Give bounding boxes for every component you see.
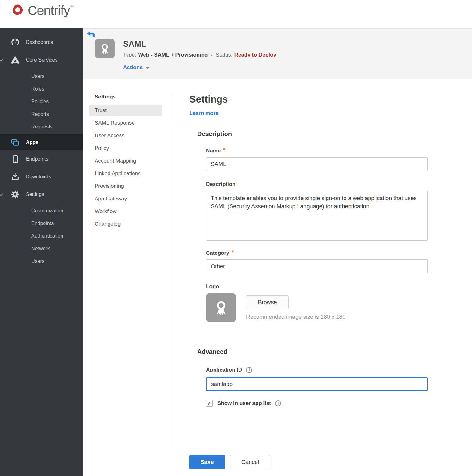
application-id-input[interactable]: [206, 377, 428, 391]
sidebar-item-settings[interactable]: Settings: [0, 186, 83, 203]
recommended-size-text: Recommended image size is 180 x 180: [246, 314, 345, 320]
subnav-item-account-mapping[interactable]: Account Mapping: [89, 155, 162, 167]
show-in-user-app-list-label: Show in user app list: [217, 400, 271, 407]
category-label: Category *: [206, 250, 428, 256]
subnav-item-saml-response[interactable]: SAML Response: [89, 117, 162, 129]
subnav-item-provisioning[interactable]: Provisioning: [89, 180, 162, 193]
sidebar-item-core-services[interactable]: Core Services: [0, 51, 83, 69]
status-value: Ready to Deploy: [234, 52, 276, 58]
vertical-divider: [174, 94, 174, 445]
description-textarea[interactable]: This template enables you to provide sin…: [206, 191, 428, 241]
sidebar-item-label: Downloads: [26, 174, 51, 180]
app-meta: Type: Web - SAML + Provisioning • Status…: [123, 52, 276, 58]
show-in-user-app-list-row: Show in user app list: [206, 400, 428, 407]
app-title: SAML: [123, 39, 146, 49]
logo-label: Logo: [206, 283, 428, 290]
brand-name: Centrify: [28, 3, 70, 18]
form-actions: Save Cancel: [189, 455, 270, 469]
sidebar-item-label: Settings: [26, 192, 44, 197]
meta-separator: •: [211, 52, 212, 58]
subnav-item-policy[interactable]: Policy: [89, 142, 162, 155]
apps-icon: [10, 137, 20, 147]
browse-button[interactable]: Browse: [246, 295, 289, 309]
save-button[interactable]: Save: [189, 455, 225, 469]
name-input[interactable]: [206, 157, 428, 171]
info-icon[interactable]: [275, 400, 281, 406]
info-icon[interactable]: [246, 367, 252, 373]
download-icon: [10, 172, 20, 182]
page-title: Settings: [189, 94, 428, 105]
application-id-label: Application ID: [206, 367, 428, 373]
subnav-item-workflow[interactable]: Workflow: [89, 205, 162, 218]
caret-down-icon: [145, 67, 150, 69]
sidebar-item-settings-endpoints[interactable]: Endpoints: [0, 217, 83, 230]
sidebar-item-settings-users[interactable]: Users: [0, 255, 83, 268]
cancel-button[interactable]: Cancel: [230, 455, 270, 469]
type-label: Type:: [123, 52, 136, 58]
sidebar-item-downloads[interactable]: Downloads: [0, 168, 83, 186]
centrify-logo[interactable]: Centrify ®: [10, 3, 74, 18]
subnav-item-changelog[interactable]: Changelog: [89, 218, 162, 230]
centrify-admin-page: Centrify ® Dashboards: [0, 0, 472, 476]
sidebar-item-requests[interactable]: Requests: [0, 121, 83, 133]
gear-icon: [10, 189, 20, 199]
gauge-icon: [10, 37, 20, 47]
subnav-header: Settings: [89, 93, 162, 104]
sub-nav: Settings Trust SAML Response User Access…: [89, 93, 162, 230]
required-asterisk: *: [223, 148, 225, 152]
app-header: SAML Type: Web - SAML + Provisioning • S…: [83, 28, 472, 79]
sidebar-item-policies[interactable]: Policies: [0, 95, 83, 108]
app-icon: [95, 39, 115, 58]
tablet-icon: [10, 154, 20, 164]
sidebar-item-apps[interactable]: Apps: [0, 134, 83, 150]
actions-dropdown[interactable]: Actions: [123, 64, 150, 71]
sidebar-item-label: Endpoints: [26, 156, 48, 162]
centrify-swirl-icon: [10, 3, 25, 18]
subnav-item-user-access[interactable]: User Access: [89, 129, 162, 142]
sidebar-item-reports[interactable]: Reports: [0, 108, 83, 121]
status-label: Status:: [216, 52, 233, 58]
description-section-title: Description: [197, 130, 428, 138]
back-arrow-icon[interactable]: [87, 31, 95, 37]
show-in-user-app-list-checkbox[interactable]: [206, 400, 213, 407]
core-services-icon: [10, 55, 20, 65]
sidebar-item-roles[interactable]: Roles: [0, 83, 83, 95]
learn-more-link[interactable]: Learn more: [189, 110, 219, 116]
sidebar-item-endpoints[interactable]: Endpoints: [0, 150, 83, 168]
subnav-item-linked-applications[interactable]: Linked Applications: [89, 167, 162, 180]
description-label: Description: [206, 181, 428, 187]
subnav-item-trust[interactable]: Trust: [89, 105, 162, 116]
chevron-down-icon[interactable]: [0, 191, 4, 198]
settings-form: Settings Learn more Description Name * D…: [189, 94, 428, 407]
required-asterisk: *: [232, 250, 234, 254]
sidebar-item-customization[interactable]: Customization: [0, 205, 83, 217]
type-value: Web - SAML + Provisioning: [138, 52, 208, 58]
sidebar-item-label: Apps: [26, 140, 38, 145]
logo-preview: [206, 293, 236, 322]
category-input[interactable]: [206, 259, 428, 273]
sidebar-item-label: Core Services: [26, 57, 57, 63]
subnav-item-app-gateway[interactable]: App Gateway: [89, 193, 162, 205]
registered-mark: ®: [70, 4, 74, 9]
sidebar-item-users[interactable]: Users: [0, 70, 83, 83]
sidebar-item-label: Dashboards: [26, 39, 53, 45]
sidebar-item-authentication[interactable]: Authentication: [0, 230, 83, 242]
chevron-down-icon[interactable]: [0, 57, 4, 63]
advanced-section-title: Advanced: [197, 348, 428, 355]
sidebar-item-dashboards[interactable]: Dashboards: [0, 33, 83, 51]
top-bar: Centrify ®: [0, 0, 472, 28]
sidebar-item-network[interactable]: Network: [0, 242, 83, 255]
name-label: Name *: [206, 148, 428, 154]
sidebar: Dashboards Core Services Users Roles Pol…: [0, 28, 83, 476]
